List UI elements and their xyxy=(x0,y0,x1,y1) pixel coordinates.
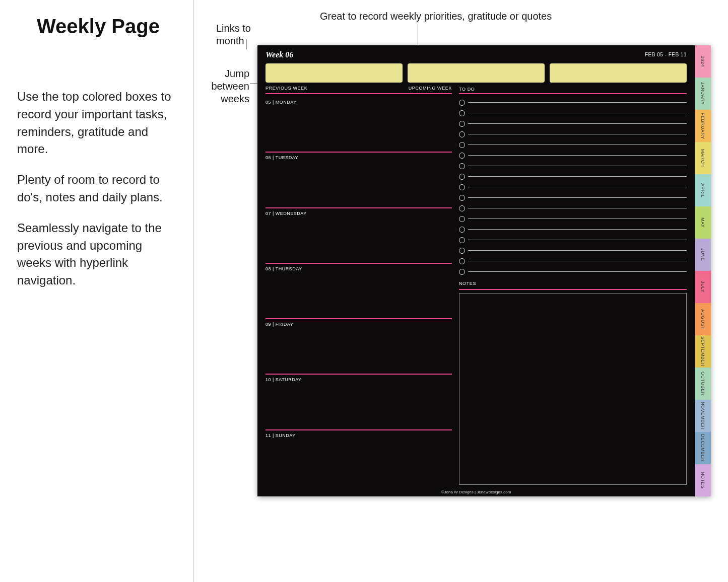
month-tab[interactable]: AUGUST xyxy=(695,303,711,335)
todo-item[interactable] xyxy=(459,256,687,266)
todo-line xyxy=(468,144,687,145)
todo-checkbox-icon[interactable] xyxy=(459,184,465,190)
highlight-box-1[interactable] xyxy=(266,63,403,83)
todo-checkbox-icon[interactable] xyxy=(459,216,465,222)
todo-item[interactable] xyxy=(459,224,687,235)
todo-item[interactable] xyxy=(459,266,687,277)
day-label: 06 | TUESDAY xyxy=(266,153,452,160)
month-tabs: 2024JANUARYFEBRUARYMARCHAPRILMAYJUNEJULY… xyxy=(695,45,711,496)
day-row[interactable]: 06 | TUESDAY xyxy=(266,153,452,208)
todo-checkbox-icon[interactable] xyxy=(459,174,465,180)
month-tab[interactable]: 2024 xyxy=(695,45,711,78)
day-row[interactable]: 08 | THURSDAY xyxy=(266,264,452,319)
highlight-box-3[interactable] xyxy=(550,63,687,83)
todo-line xyxy=(468,155,687,156)
highlight-row xyxy=(266,63,687,83)
month-tab[interactable]: NOTES xyxy=(695,464,711,496)
todo-checkbox-icon[interactable] xyxy=(459,110,465,116)
todo-checkbox-icon[interactable] xyxy=(459,237,465,243)
week-nav-row: PREVIOUS WEEK UPCOMING WEEK TO DO xyxy=(266,86,687,94)
week-nav: PREVIOUS WEEK UPCOMING WEEK xyxy=(266,86,452,94)
todo-item[interactable] xyxy=(459,150,687,161)
month-tab[interactable]: NOVEMBER xyxy=(695,400,711,432)
day-row[interactable]: 09 | FRIDAY xyxy=(266,319,452,375)
todo-checkbox-icon[interactable] xyxy=(459,153,465,159)
todo-line xyxy=(468,113,687,113)
todo-line xyxy=(468,229,687,230)
todo-checkbox-icon[interactable] xyxy=(459,205,465,211)
month-tab[interactable]: DECEMBER xyxy=(695,432,711,464)
planner-grid: 05 | MONDAY06 | TUESDAY07 | WEDNESDAY08 … xyxy=(266,97,687,485)
week-date-range: FEB 05 - FEB 11 xyxy=(645,52,687,57)
day-row[interactable]: 10 | SATURDAY xyxy=(266,375,452,430)
side-column: NOTES xyxy=(459,97,687,485)
upcoming-week-link[interactable]: UPCOMING WEEK xyxy=(409,86,452,92)
annotation-priorities: Great to record weekly priorities, grati… xyxy=(320,10,532,23)
day-label: 08 | THURSDAY xyxy=(266,264,452,271)
day-label: 10 | SATURDAY xyxy=(266,375,452,382)
month-tab[interactable]: FEBRUARY xyxy=(695,110,711,142)
todo-item[interactable] xyxy=(459,203,687,213)
day-row[interactable]: 07 | WEDNESDAY xyxy=(266,208,452,264)
previous-week-link[interactable]: PREVIOUS WEEK xyxy=(266,86,307,92)
todo-item[interactable] xyxy=(459,245,687,256)
todo-line xyxy=(468,197,687,198)
todo-list xyxy=(459,97,687,277)
todo-line xyxy=(468,176,687,177)
todo-line xyxy=(468,134,687,134)
day-row[interactable]: 05 | MONDAY xyxy=(266,97,452,153)
todo-checkbox-icon[interactable] xyxy=(459,227,465,233)
todo-item[interactable] xyxy=(459,129,687,139)
todo-item[interactable] xyxy=(459,97,687,108)
month-tab[interactable]: JULY xyxy=(695,271,711,303)
month-tab[interactable]: MARCH xyxy=(695,142,711,174)
notes-label: NOTES xyxy=(459,281,687,286)
todo-item[interactable] xyxy=(459,161,687,171)
intro-paragraph-3: Seamlessly navigate to the previous and … xyxy=(17,220,179,289)
todo-line xyxy=(468,271,687,272)
todo-label: TO DO xyxy=(459,87,475,92)
todo-item[interactable] xyxy=(459,182,687,192)
day-row[interactable]: 11 | SUNDAY xyxy=(266,430,452,485)
month-tab[interactable]: JANUARY xyxy=(695,78,711,110)
annotation-jump-weeks: Jump between weeks xyxy=(199,67,249,105)
day-label: 11 | SUNDAY xyxy=(266,430,452,438)
todo-checkbox-icon[interactable] xyxy=(459,100,465,106)
todo-checkbox-icon[interactable] xyxy=(459,142,465,148)
todo-header: TO DO xyxy=(459,86,687,94)
annotation-month-link: Links to month xyxy=(216,22,282,47)
todo-line xyxy=(468,187,687,187)
todo-checkbox-icon[interactable] xyxy=(459,131,465,137)
todo-checkbox-icon[interactable] xyxy=(459,269,465,275)
todo-checkbox-icon[interactable] xyxy=(459,248,465,254)
todo-item[interactable] xyxy=(459,192,687,203)
todo-checkbox-icon[interactable] xyxy=(459,258,465,264)
todo-line xyxy=(468,123,687,124)
todo-item[interactable] xyxy=(459,213,687,224)
todo-line xyxy=(468,166,687,166)
todo-line xyxy=(468,219,687,219)
todo-item[interactable] xyxy=(459,118,687,129)
todo-item[interactable] xyxy=(459,139,687,150)
todo-line xyxy=(468,261,687,261)
todo-item[interactable] xyxy=(459,108,687,118)
month-tab[interactable]: JUNE xyxy=(695,239,711,271)
highlight-box-2[interactable] xyxy=(408,63,545,83)
month-tab[interactable]: APRIL xyxy=(695,174,711,206)
month-tab[interactable]: SEPTEMBER xyxy=(695,335,711,368)
intro-paragraph-2: Plenty of room to record to do's, notes … xyxy=(17,171,179,206)
notes-box[interactable] xyxy=(459,289,687,485)
week-title-link[interactable]: Week 06 xyxy=(266,50,687,59)
month-tab[interactable]: MAY xyxy=(695,206,711,239)
todo-line xyxy=(468,208,687,208)
todo-checkbox-icon[interactable] xyxy=(459,121,465,127)
todo-checkbox-icon[interactable] xyxy=(459,195,465,201)
planner-page: Week 06 FEB 05 - FEB 11 PREVIOUS WEEK UP… xyxy=(257,45,711,496)
todo-checkbox-icon[interactable] xyxy=(459,163,465,169)
todo-line xyxy=(468,240,687,240)
todo-item[interactable] xyxy=(459,171,687,182)
todo-item[interactable] xyxy=(459,235,687,245)
month-tab[interactable]: OCTOBER xyxy=(695,368,711,400)
days-column: 05 | MONDAY06 | TUESDAY07 | WEDNESDAY08 … xyxy=(266,97,452,485)
page: Weekly Page Use the top colored boxes to… xyxy=(0,0,728,582)
